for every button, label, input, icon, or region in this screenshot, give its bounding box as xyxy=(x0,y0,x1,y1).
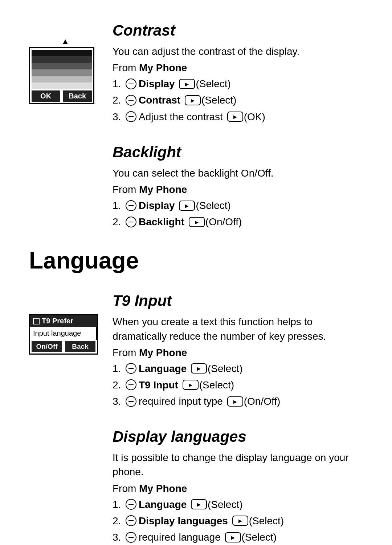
svg-text:▶: ▶ xyxy=(191,98,195,103)
contrast-step-3: 3. Adjust the contrast ▶ (OK) xyxy=(113,110,363,124)
contrast-title: Contrast xyxy=(113,22,363,39)
menu-bullet-icon xyxy=(126,499,136,510)
display-languages-from: From My Phone xyxy=(113,483,363,494)
contrast-bar-6 xyxy=(32,82,92,89)
svg-text:▶: ▶ xyxy=(189,382,192,388)
menu-bullet-icon xyxy=(126,396,136,407)
t9-divider xyxy=(96,327,97,340)
menu-bullet-icon xyxy=(126,363,136,374)
t9-step-2: 2. T9 Input ▶ (Select) xyxy=(113,378,363,392)
menu-bullet-icon xyxy=(126,95,136,106)
contrast-description: You can adjust the contrast of the displ… xyxy=(113,44,363,58)
t9-header: T9 Prefer xyxy=(30,315,97,327)
contrast-bars xyxy=(32,50,92,89)
t9-back-button: Back xyxy=(65,341,95,352)
contrast-bar-5 xyxy=(32,76,92,82)
t9-phone-screen: T9 Prefer Input language On/Off Back xyxy=(29,314,98,355)
contrast-from: From My Phone xyxy=(113,62,363,74)
contrast-back-button: Back xyxy=(63,90,92,102)
backlight-description: You can select the backlight On/Off. xyxy=(113,166,363,180)
t9-onoff-button: On/Off xyxy=(32,341,62,352)
contrast-content: Contrast You can adjust the contrast of … xyxy=(113,22,363,126)
t9-device-area: T9 Prefer Input language On/Off Back xyxy=(29,314,102,355)
contrast-steps: 1. Display ▶ (Select) 2. xyxy=(113,77,363,124)
select-button-icon: ▶ xyxy=(191,363,207,374)
t9-body: Input language xyxy=(30,327,97,340)
svg-text:▶: ▶ xyxy=(233,114,237,120)
t9-bottom-buttons: On/Off Back xyxy=(30,340,97,354)
t9-header-icon xyxy=(33,318,40,324)
contrast-step-2: 2. Contrast ▶ (Select) xyxy=(113,93,363,107)
display-languages-steps: 1. Language ▶ (Select) 2. xyxy=(113,497,363,545)
select-button-icon: ▶ xyxy=(179,201,195,211)
dl-step-3: 3. required language ▶ (Select) xyxy=(113,530,363,544)
t9-step-3: 3. required input type ▶ (On/Off) xyxy=(113,394,363,408)
menu-bullet-icon xyxy=(126,532,136,543)
menu-bullet-icon xyxy=(126,200,136,211)
display-languages-section: Display languages It is possible to chan… xyxy=(113,428,363,544)
language-section: Language T9 Prefer Input language On/Off xyxy=(29,247,363,544)
menu-bullet-icon xyxy=(126,379,136,390)
t9-description: When you create a text this function hel… xyxy=(113,315,363,343)
svg-text:▶: ▶ xyxy=(185,203,189,209)
select-button-icon: ▶ xyxy=(225,532,241,542)
contrast-section: ▲ OK Back xyxy=(29,22,363,126)
svg-text:▶: ▶ xyxy=(231,535,235,540)
backlight-step-2: 2. Backlight ▶ (On/Off) xyxy=(113,215,363,229)
svg-text:▶: ▶ xyxy=(197,366,201,371)
backlight-section: Backlight You can select the backlight O… xyxy=(113,144,363,229)
select-button-icon: ▶ xyxy=(191,499,207,509)
t9-title: T9 Input xyxy=(113,292,363,310)
display-languages-title: Display languages xyxy=(113,428,363,445)
contrast-bar-4 xyxy=(32,69,92,76)
t9-step-1: 1. Language ▶ (Select) xyxy=(113,362,363,376)
contrast-device-area: ▲ OK Back xyxy=(29,25,102,104)
select-button-icon: ▶ xyxy=(185,95,201,105)
t9-body-text: Input language xyxy=(30,327,96,340)
select-button-icon: ▶ xyxy=(179,79,195,89)
backlight-steps: 1. Display ▶ (Select) 2. Backlight xyxy=(113,198,363,229)
display-languages-description: It is possible to change the display lan… xyxy=(113,451,363,479)
contrast-bar-3 xyxy=(32,63,92,69)
contrast-phone-screen: OK Back xyxy=(29,47,94,104)
menu-bullet-icon xyxy=(126,217,136,227)
svg-text:▶: ▶ xyxy=(233,399,237,404)
menu-bullet-icon xyxy=(126,78,136,89)
svg-text:▶: ▶ xyxy=(185,81,189,87)
select-button-icon: ▶ xyxy=(183,380,199,390)
backlight-step-1: 1. Display ▶ (Select) xyxy=(113,198,363,213)
dl-step-1: 1. Language ▶ (Select) xyxy=(113,497,363,512)
t9-content: T9 Input When you create a text this fun… xyxy=(113,292,363,411)
contrast-device-buttons: OK Back xyxy=(32,90,92,102)
contrast-bar-1 xyxy=(32,50,92,56)
select-button-icon: ▶ xyxy=(227,112,243,122)
contrast-ok-button: OK xyxy=(32,90,60,102)
select-button-icon: ▶ xyxy=(189,217,205,227)
select-button-icon: ▶ xyxy=(232,516,248,526)
t9-from: From My Phone xyxy=(113,347,363,359)
menu-bullet-icon xyxy=(126,111,136,122)
contrast-arrow-up-icon: ▲ xyxy=(29,36,102,47)
svg-text:▶: ▶ xyxy=(195,219,199,225)
dl-step-2: 2. Display languages ▶ (Select) xyxy=(113,514,363,528)
svg-text:▶: ▶ xyxy=(238,518,242,524)
backlight-title: Backlight xyxy=(113,144,363,161)
contrast-step-1: 1. Display ▶ (Select) xyxy=(113,77,363,91)
svg-text:▶: ▶ xyxy=(197,502,201,507)
t9-section: T9 Prefer Input language On/Off Back T9 … xyxy=(29,292,363,411)
contrast-bar-2 xyxy=(32,56,92,63)
menu-bullet-icon xyxy=(126,515,136,526)
backlight-from: From My Phone xyxy=(113,184,363,195)
t9-steps: 1. Language ▶ (Select) xyxy=(113,362,363,409)
select-button-icon: ▶ xyxy=(227,396,243,407)
language-big-title: Language xyxy=(29,247,363,274)
